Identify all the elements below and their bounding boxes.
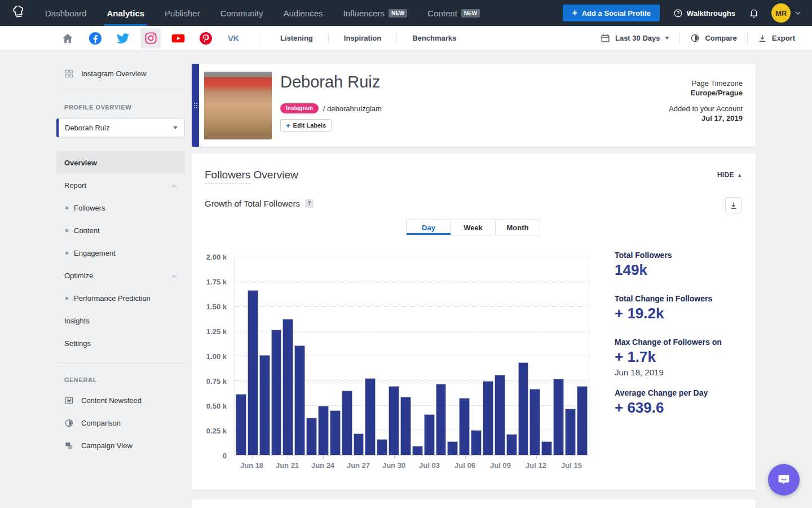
home-icon[interactable] — [58, 28, 78, 49]
chart-bar[interactable] — [577, 386, 588, 456]
compare-button[interactable]: Compare — [687, 33, 740, 43]
nav-item-publisher[interactable]: Publisher — [155, 0, 210, 26]
socialbakers-logo-chef-hat-icon[interactable] — [10, 5, 27, 21]
edit-labels-button[interactable]: + Edit Labels — [280, 119, 332, 132]
chart-bar[interactable] — [565, 409, 576, 455]
chart-bar[interactable] — [506, 434, 517, 455]
nav-item-content[interactable]: ContentNEW — [417, 0, 490, 26]
nav-item-dashboard[interactable]: Dashboard — [35, 0, 96, 26]
y-axis-tick-label: 0.25 k — [206, 427, 227, 435]
chart-bar[interactable] — [541, 441, 552, 456]
sidebar-item-optimize[interactable]: Optimize — [56, 264, 185, 287]
chart-bar[interactable] — [306, 418, 317, 456]
chart-bar[interactable] — [495, 375, 505, 455]
chart-bar[interactable] — [248, 290, 258, 455]
plus-icon: + — [572, 8, 577, 17]
youtube-icon[interactable] — [168, 28, 188, 49]
network-toolbar: VK ListeningInspirationBenchmarks Last 3… — [0, 26, 812, 51]
chart-bar[interactable] — [412, 446, 423, 455]
tab-day[interactable]: Day — [406, 220, 451, 235]
sidebar-item-comparison[interactable]: Comparison — [56, 411, 185, 434]
chart-bar[interactable] — [447, 441, 458, 456]
x-axis-tick — [394, 456, 395, 459]
nav-item-audiences[interactable]: Audiences — [273, 0, 333, 26]
x-axis-tick — [572, 456, 572, 459]
chart-bar[interactable] — [424, 414, 435, 455]
chart-bar[interactable] — [529, 389, 540, 455]
tab-month[interactable]: Month — [495, 220, 540, 235]
hide-section-button[interactable]: HIDE ▲ — [717, 171, 742, 179]
nav-item-analytics[interactable]: Analytics — [96, 0, 155, 26]
facebook-icon[interactable] — [85, 28, 105, 49]
chart-bar[interactable] — [400, 397, 411, 455]
chat-launcher-button[interactable] — [768, 464, 800, 496]
y-axis-tick-label: 2.00 k — [206, 253, 227, 261]
sidebar-item-performance-prediction[interactable]: Performance Prediction — [56, 287, 185, 309]
stat-label: Total Change in Followers — [615, 294, 744, 303]
chart-bar[interactable] — [471, 430, 482, 455]
chart-bars — [235, 257, 589, 455]
tab-week[interactable]: Week — [451, 220, 496, 235]
date-range-picker[interactable]: Last 30 Days — [597, 33, 673, 43]
sidebar-item-label: Engagement — [74, 249, 116, 257]
sidebar-item-label: Settings — [64, 339, 91, 348]
sidebar-item-label: Optimize — [64, 271, 93, 280]
user-avatar[interactable]: MR — [771, 3, 791, 23]
toolbar-link-benchmarks[interactable]: Benchmarks — [397, 34, 471, 42]
sidebar-item-overview[interactable]: Overview — [56, 151, 185, 174]
nav-item-influencers[interactable]: InfluencersNEW — [333, 0, 418, 26]
x-axis-tick-label: Jul 15 — [561, 461, 582, 470]
chart-bar[interactable] — [271, 330, 282, 455]
instagram-network-badge: Instagram — [280, 103, 319, 113]
toolbar-link-inspiration[interactable]: Inspiration — [329, 34, 396, 42]
chart-bar[interactable] — [294, 345, 305, 455]
chevron-down-icon — [173, 126, 178, 129]
chart-bar[interactable] — [354, 433, 364, 456]
chart-bar[interactable] — [389, 386, 399, 456]
sidebar-item-instagram-overview[interactable]: Instagram Overview — [56, 69, 185, 90]
export-button[interactable]: Export — [754, 34, 798, 43]
sidebar-item-engagement[interactable]: Engagement — [56, 242, 185, 264]
nav-item-community[interactable]: Community — [210, 0, 273, 26]
y-axis-tick-label: 1.75 k — [206, 278, 227, 286]
chart-bar[interactable] — [365, 378, 376, 456]
chart-download-button[interactable] — [725, 197, 742, 213]
instagram-icon[interactable] — [140, 28, 161, 49]
chart-bar[interactable] — [436, 384, 447, 455]
sidebar-item-label: Performance Prediction — [74, 294, 151, 303]
pinterest-icon[interactable] — [196, 28, 216, 49]
sidebar-item-followers[interactable]: Followers — [56, 196, 185, 219]
walkthroughs-button[interactable]: Walkthroughs — [673, 8, 735, 18]
sidebar-item-content[interactable]: Content — [56, 219, 185, 242]
chart-bar[interactable] — [518, 362, 529, 456]
twitter-icon[interactable] — [113, 28, 133, 49]
chevron-down-icon — [665, 37, 669, 40]
sidebar-item-report[interactable]: Report — [56, 174, 185, 196]
chart-bar[interactable] — [318, 406, 329, 456]
chart-bar[interactable] — [283, 319, 293, 456]
toolbar-link-listening[interactable]: Listening — [265, 34, 328, 42]
help-icon[interactable]: ? — [305, 199, 314, 208]
chart-bar[interactable] — [259, 355, 270, 455]
chart-bar[interactable] — [236, 394, 246, 456]
chart-bar[interactable] — [459, 398, 470, 456]
account-menu-chevron-down-icon[interactable] — [795, 11, 801, 15]
profile-photo — [204, 72, 272, 139]
profile-overview-section-label: PROFILE OVERVIEW — [64, 104, 185, 111]
chart-bar[interactable] — [342, 391, 352, 455]
chart-bar[interactable] — [553, 379, 564, 455]
sidebar-item-campaign-view[interactable]: Campaign View — [56, 434, 185, 457]
vk-icon[interactable]: VK — [223, 28, 244, 49]
drag-handle[interactable] — [192, 64, 199, 147]
nav-item-label: Audiences — [284, 8, 323, 18]
chart-bar[interactable] — [330, 410, 341, 455]
profile-select[interactable]: Deborah Ruiz — [56, 119, 185, 137]
chart-bar[interactable] — [377, 439, 387, 455]
chart-bar[interactable] — [483, 381, 493, 455]
x-axis-tick-label: Jul 06 — [454, 461, 475, 470]
add-social-profile-button[interactable]: + Add a Social Profile — [563, 5, 659, 21]
sidebar-item-content-newsfeed[interactable]: Content Newsfeed — [56, 389, 185, 411]
notifications-bell-icon[interactable] — [749, 8, 759, 18]
sidebar-item-insights[interactable]: Insights — [56, 309, 185, 332]
sidebar-item-settings[interactable]: Settings — [56, 332, 185, 354]
